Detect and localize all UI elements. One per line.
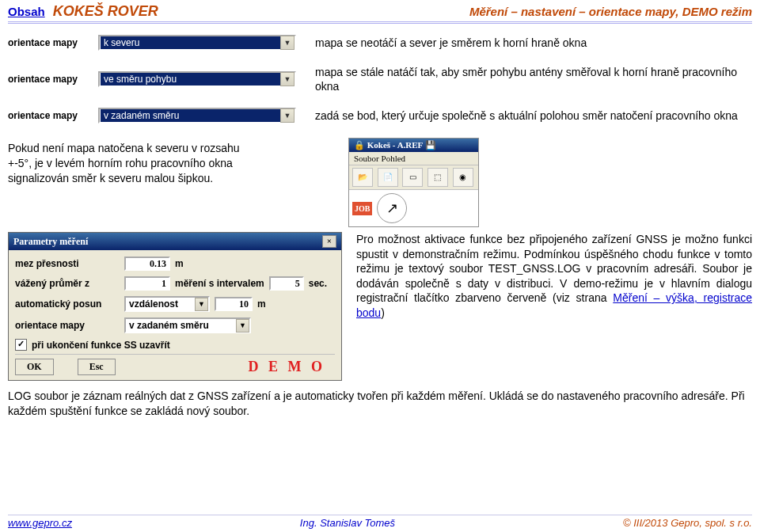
chevron-down-icon[interactable]: ▼ [280, 36, 294, 50]
weighted-count-input[interactable]: 1 [124, 276, 170, 291]
accuracy-input[interactable]: 0.13 [124, 256, 170, 271]
chevron-down-icon[interactable]: ▼ [236, 319, 249, 332]
footer-author: Ing. Stanislav Tomeš [300, 517, 395, 529]
dialog-body: mez přesnosti 0.13 m vážený průměr z 1 m… [9, 250, 341, 380]
orient-select[interactable]: v zadaném směru ▼ [124, 317, 251, 333]
checkbox[interactable]: ✓ [15, 339, 27, 351]
page-footer: www.gepro.cz Ing. Stanislav Tomeš © III/… [8, 515, 752, 529]
orientation-select-3[interactable]: v zadaném směru ▼ [98, 108, 296, 124]
combo-row-1: orientace mapy k severu ▼ mapa se neotáč… [8, 35, 752, 51]
combo-desc-2: mapa se stále natáčí tak, aby směr pohyb… [315, 65, 743, 93]
checkbox-label: při ukončení funkce SS uzavřít [32, 340, 170, 351]
compass-icon: ↗ [377, 193, 407, 223]
header-left: Obsah KOKEŠ ROVER [8, 3, 158, 20]
footer-link[interactable]: www.gepro.cz [8, 517, 72, 529]
section-title: Měření – nastavení – orientace mapy, DEM… [469, 5, 752, 18]
after-combos-row: Pokud není mapa natočena k severu v rozs… [8, 138, 752, 227]
accuracy-unit: m [175, 258, 184, 269]
combo-desc-3: zadá se bod, který určuje společně s akt… [315, 108, 738, 123]
kokes-toolbar: 📂 📄 ▭ ⬚ ◉ [349, 165, 478, 190]
select-value: vzdálenost [126, 298, 195, 310]
combo-desc-1: mapa se neotáčí a sever je směrem k horn… [315, 36, 587, 50]
weighted-mid: měření s intervalem [175, 278, 264, 289]
select-value: v zadaném směru [126, 320, 236, 331]
kokes-mini-window: 🔒 Kokeš - A.REF 💾 Soubor Pohled 📂 📄 ▭ ⬚ … [348, 138, 479, 227]
combo-row-3: orientace mapy v zadaném směru ▼ zadá se… [8, 108, 752, 124]
orientation-select-1[interactable]: k severu ▼ [98, 35, 296, 51]
kokes-titlebar: 🔒 Kokeš - A.REF 💾 [349, 139, 478, 152]
kokes-title-text: Kokeš - A.REF [367, 140, 423, 150]
combo-label: orientace mapy [8, 37, 95, 48]
contents-link[interactable]: Obsah [8, 5, 45, 18]
log-file-note: LOG soubor je záznam reálných dat z GNSS… [8, 389, 752, 418]
select-value: v zadaném směru [101, 109, 280, 122]
ok-button[interactable]: OK [15, 359, 54, 375]
auto-row: automatický posun vzdálenost ▼ 10 m [15, 296, 335, 312]
tool-icon[interactable]: 📄 [378, 168, 398, 187]
header-divider [8, 21, 752, 24]
esc-button[interactable]: Esc [78, 359, 116, 375]
auto-label: automatický posun [15, 298, 120, 310]
demo-description: Pro možnost aktivace funkce bez připojen… [356, 232, 752, 381]
orient-row: orientace mapy v zadaném směru ▼ [15, 317, 335, 333]
demo-indicator: D E M O [249, 359, 336, 375]
orient-label: orientace mapy [15, 320, 120, 331]
kokes-menubar[interactable]: Soubor Pohled [349, 152, 478, 165]
combo-label: orientace mapy [8, 110, 95, 121]
auto-mode-select[interactable]: vzdálenost ▼ [124, 296, 210, 312]
job-badge: JOB [352, 202, 372, 215]
orientation-select-2[interactable]: ve směru pohybu ▼ [98, 71, 296, 87]
page-header: Obsah KOKEŠ ROVER Měření – nastavení – o… [8, 3, 752, 20]
dialog-titlebar: Parametry měření × [9, 233, 341, 250]
tool-icon[interactable]: ◉ [453, 168, 473, 187]
weighted-row: vážený průměr z 1 měření s intervalem 5 … [15, 276, 335, 291]
select-value: ve směru pohybu [101, 73, 280, 86]
demo-tail: ) [381, 306, 385, 319]
close-icon[interactable]: × [322, 235, 336, 248]
auto-distance-input[interactable]: 10 [215, 297, 253, 311]
kokes-body: JOB ↗ [349, 190, 478, 226]
dialog-title: Parametry měření [13, 236, 88, 248]
footer-copyright: © III/2013 Gepro, spol. s r.o. [623, 517, 752, 529]
close-ss-checkbox-row: ✓ při ukončení funkce SS uzavřít [15, 339, 335, 351]
chevron-down-icon[interactable]: ▼ [195, 298, 208, 311]
weighted-label: vážený průměr z [15, 278, 120, 289]
tool-icon[interactable]: 📂 [352, 168, 373, 187]
dialog-button-row: OK Esc D E M O [15, 354, 335, 375]
tool-icon[interactable]: ⬚ [428, 168, 448, 187]
combo-row-2: orientace mapy ve směru pohybu ▼ mapa se… [8, 65, 752, 93]
select-value: k severu [101, 36, 280, 49]
combo-label: orientace mapy [8, 74, 95, 85]
demo-section: Parametry měření × mez přesnosti 0.13 m … [8, 232, 752, 381]
auto-unit: m [257, 298, 266, 310]
interval-input[interactable]: 5 [269, 276, 304, 291]
app-title: KOKEŠ ROVER [53, 3, 158, 20]
chevron-down-icon[interactable]: ▼ [280, 108, 294, 123]
accuracy-label: mez přesnosti [15, 258, 120, 269]
parametry-mereni-dialog: Parametry měření × mez přesnosti 0.13 m … [8, 232, 342, 381]
interval-unit: sec. [309, 278, 327, 289]
arrow-note: Pokud není mapa natočena k severu v rozs… [8, 141, 253, 186]
tool-icon[interactable]: ▭ [402, 168, 423, 187]
accuracy-row: mez přesnosti 0.13 m [15, 256, 335, 271]
chevron-down-icon[interactable]: ▼ [280, 72, 294, 86]
